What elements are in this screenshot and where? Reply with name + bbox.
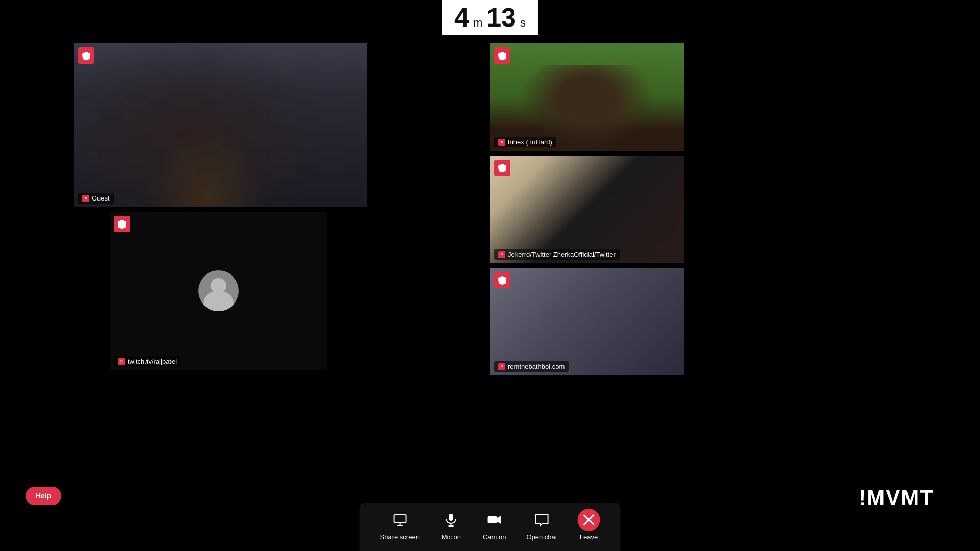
trihex-video bbox=[490, 43, 684, 151]
timer-minutes-unit: m bbox=[473, 16, 482, 30]
rem-video bbox=[490, 268, 684, 375]
trihex-logo-badge bbox=[494, 47, 510, 64]
rajj-mic-off-icon bbox=[118, 358, 125, 365]
cam-icon bbox=[483, 509, 506, 531]
rem-mic-off-icon bbox=[498, 363, 505, 370]
rajj-name-label: twitch.tv/rajjpatel bbox=[114, 356, 181, 367]
jokerrd-mic-off-icon bbox=[498, 251, 505, 258]
panel-rem: remthebathboi.com bbox=[490, 268, 684, 375]
timer-minutes: 4 bbox=[454, 4, 469, 31]
rem-logo-badge bbox=[494, 272, 510, 288]
svg-marker-7 bbox=[497, 516, 501, 524]
share-screen-button[interactable]: Share screen bbox=[380, 509, 420, 541]
rajj-logo-badge bbox=[114, 216, 130, 232]
panel-trihex: trihex (TriHard) bbox=[490, 43, 684, 151]
guest-logo-badge bbox=[78, 47, 94, 64]
guest-name-label: Guest bbox=[78, 193, 114, 204]
rajj-avatar bbox=[198, 270, 239, 311]
timer-seconds-unit: s bbox=[520, 16, 526, 30]
jokerrd-logo-badge bbox=[494, 160, 510, 176]
panel-jokerrd: Jokerrd/Twitter ZherkaOfficial/Twitter bbox=[490, 156, 684, 263]
video-grid: 4 m 13 s Guest twitch.tv/rajjpatel bbox=[0, 0, 980, 551]
svg-rect-6 bbox=[488, 516, 497, 523]
timer-seconds: 13 bbox=[486, 4, 516, 31]
svg-rect-0 bbox=[394, 515, 406, 523]
panel-rajjpatel: twitch.tv/rajjpatel bbox=[110, 212, 327, 370]
rajj-video bbox=[110, 212, 327, 370]
cam-button[interactable]: Cam on bbox=[483, 509, 506, 541]
jokerrd-video bbox=[490, 156, 684, 263]
mvmt-watermark: !MVMT bbox=[859, 486, 934, 510]
chat-icon bbox=[530, 509, 553, 531]
trihex-name-label: trihex (TriHard) bbox=[494, 137, 556, 147]
jokerrd-name-label: Jokerrd/Twitter ZherkaOfficial/Twitter bbox=[494, 249, 620, 260]
trihex-mic-off-icon bbox=[498, 139, 505, 146]
toolbar: Share screen Mic on Cam on bbox=[360, 503, 621, 551]
mic-icon bbox=[440, 509, 462, 531]
call-timer: 4 m 13 s bbox=[442, 0, 538, 35]
guest-video bbox=[74, 43, 368, 207]
open-chat-button[interactable]: Open chat bbox=[526, 509, 557, 541]
guest-mic-off-icon bbox=[82, 195, 89, 202]
share-screen-icon bbox=[388, 509, 411, 531]
mic-button[interactable]: Mic on bbox=[440, 509, 462, 541]
help-button[interactable]: Help bbox=[26, 487, 61, 505]
svg-rect-3 bbox=[449, 514, 453, 521]
panel-guest: Guest bbox=[74, 43, 368, 207]
leave-button[interactable]: Leave bbox=[577, 509, 600, 541]
leave-icon bbox=[577, 509, 600, 531]
rem-name-label: remthebathboi.com bbox=[494, 361, 569, 372]
